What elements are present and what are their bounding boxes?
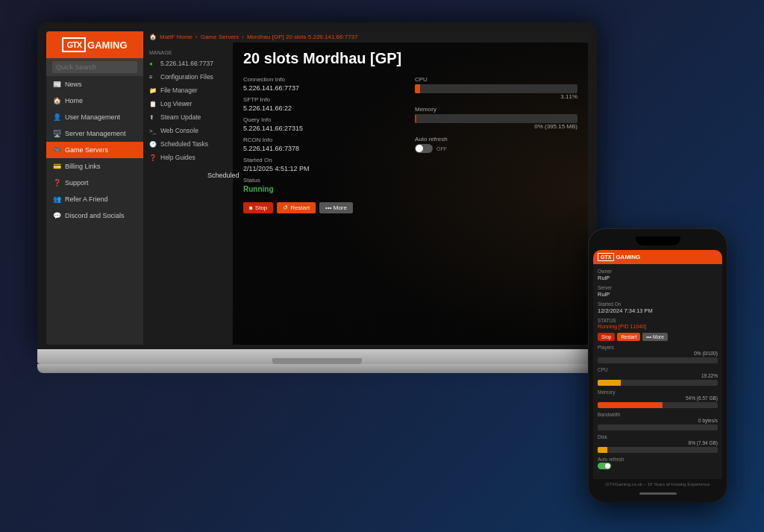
auto-refresh-toggle-container: OFF [415,144,577,153]
phone-auto-refresh-label: Auto refresh [598,457,718,462]
sidebar-search[interactable] [46,58,143,76]
logo-gaming: GAMING [87,40,127,51]
sidebar-item-discord[interactable]: 💬 Discord and Socials [46,207,143,224]
server-detail: 20 slots Mordhau [GP] Connection Info 5.… [233,43,588,345]
clock-icon: 🕐 [149,141,157,148]
help-icon: ❓ [149,154,157,161]
sidebar-label-refer: Refer A Friend [65,195,108,203]
sidebar-item-user-management[interactable]: 👤 User Management [46,109,143,125]
sidebar-item-billing[interactable]: 💳 Billing Links [46,158,143,175]
sidebar-label-user-management: User Management [65,113,120,121]
menu-item-steam-update[interactable]: ⬆ Steam Update [143,110,233,124]
breadcrumb-section[interactable]: Game Servers [201,34,239,40]
stop-button[interactable]: ■ Stop [243,202,273,213]
discord-icon: 💬 [52,211,61,220]
sidebar-label-support: Support [65,179,89,187]
menu-item-config[interactable]: ≡ Configuration Files [143,70,233,84]
menu-steam-update-label: Steam Update [160,113,201,121]
phone-logo-gtx: GTX [598,253,614,261]
laptop-foot [37,364,597,373]
sidebar-label-server-management: Server Management [65,130,126,137]
menu-item-ip[interactable]: ● 5.226.141.66:7737 [143,57,233,70]
quick-search-input[interactable] [52,61,137,73]
phone-disk-bar-container [598,447,718,453]
sidebar-logo: GTX GAMING [46,31,143,58]
more-button[interactable]: ••• More [319,202,353,213]
sidebar-item-home[interactable]: 🏠 Home [46,93,143,109]
cpu-percent: 3.11% [415,93,577,100]
phone-memory-bar [598,402,663,408]
phone-auto-refresh-row: Auto refresh [598,457,718,471]
sidebar-label-billing: Billing Links [65,163,101,170]
phone-server-row: Server RulP [598,285,718,298]
phone-players-row: Players 0% (0/100) [598,345,718,363]
laptop-screen: GTX GAMING 📰 News 🏠 [46,31,588,345]
sidebar-label-discord: Discord and Socials [65,212,125,219]
phone-disk-percent: 8% (7.94 GB) [598,440,718,445]
phone-bandwidth-bar-container [598,425,718,431]
restart-button[interactable]: ↺ Restart [277,202,316,213]
auto-refresh-toggle[interactable] [415,144,433,153]
started-on-label: Started On [243,157,406,163]
menu-item-log-viewer[interactable]: 📋 Log Viewer [143,97,233,110]
sidebar-item-refer[interactable]: 👥 Refer A Friend [46,191,143,207]
sidebar-label-home: Home [65,97,83,104]
menu-item-scheduled-tasks[interactable]: 🕐 Scheduled Tasks [143,137,233,151]
phone-memory-label: Memory [598,389,718,395]
phone-bandwidth-label: Bandwidth [598,412,718,417]
phone-cpu-label: CPU [598,367,718,372]
laptop: GTX GAMING 📰 News 🏠 [37,22,597,373]
steam-icon: ⬆ [149,114,157,121]
phone: GTX GAMING Owner RulP Server RulP Starte… [589,229,727,502]
menu-item-help-guides[interactable]: ❓ Help Guides [143,151,233,164]
sidebar-item-server-management[interactable]: 🖥️ Server Management [46,125,143,142]
scheduled-label: Scheduled [207,172,239,179]
menu-help-guides-label: Help Guides [160,154,195,161]
sftp-value: 5.226.141.66:22 [243,104,406,112]
phone-stop-button[interactable]: Stop [598,333,615,341]
phone-cpu-bar-container [598,380,718,386]
stop-label: Stop [255,204,267,211]
laptop-ui: GTX GAMING 📰 News 🏠 [46,31,588,345]
phone-restart-button[interactable]: Restart [617,333,640,341]
auto-refresh-block: Auto refresh OFF [415,136,577,153]
scheduled-badge: Scheduled [207,172,239,179]
cpu-bar-container [415,84,577,93]
menu-item-file-manager[interactable]: 📁 File Manager [143,84,233,97]
phone-started-row: Started On 12/2/2024 7:34:13 PM [598,301,718,314]
content-overlay: 🏠 MattF Home › Game Servers › Mordhau [G… [143,31,588,345]
phone-auto-refresh-toggle[interactable] [598,463,611,469]
phone-more-button[interactable]: ••• More [642,333,667,341]
sidebar-item-news[interactable]: 📰 News [46,76,143,93]
rcon-value: 5.226.141.66:7378 [243,145,406,152]
phone-memory-bar-container [598,402,718,408]
user-management-icon: 👤 [52,113,61,122]
status-block: Status Running [243,177,406,193]
sidebar-label-news: News [65,81,82,88]
phone-status-label: STATUS [598,318,718,323]
sidebar-item-support[interactable]: ❓ Support [46,175,143,191]
phone-started-value: 12/2/2024 7:34:13 PM [598,307,718,314]
memory-block: Memory 0% (395.15 MB) [415,106,577,130]
menu-item-web-console[interactable]: >_ Web Console [143,124,233,137]
rcon-block: RCON Info 5.226.141.66:7378 [243,137,406,152]
action-bar: ■ Stop ↺ Restart ••• More [243,202,577,213]
sidebar-item-game-servers[interactable]: 🎮 Game Servers [46,142,143,158]
metrics-block: CPU 3.11% Memory [415,76,577,193]
stop-icon: ■ [249,204,253,211]
phone-server-value: RulP [598,291,718,298]
phone-status-value: Running [PID 11040] [598,324,718,329]
phone-players-value: 0% (0/100) [598,351,718,356]
phone-owner-value: RulP [598,275,718,281]
phone-action-row: Stop Restart ••• More [598,333,718,341]
phone-notch [636,237,680,245]
phone-owner-row: Owner RulP [598,269,718,281]
breadcrumb-home[interactable]: MattF Home [160,34,192,40]
breadcrumb-sep1: › [195,34,198,40]
panel: Manage ● 5.226.141.66:7737 ≡ Configurati… [143,43,588,345]
phone-cpu-percent: 19.22% [598,373,718,378]
laptop-base [37,349,597,364]
phone-owner-label: Owner [598,269,718,274]
green-dot-icon: ● [149,60,157,67]
phone-bandwidth-value: 0 bytes/s [598,418,718,423]
